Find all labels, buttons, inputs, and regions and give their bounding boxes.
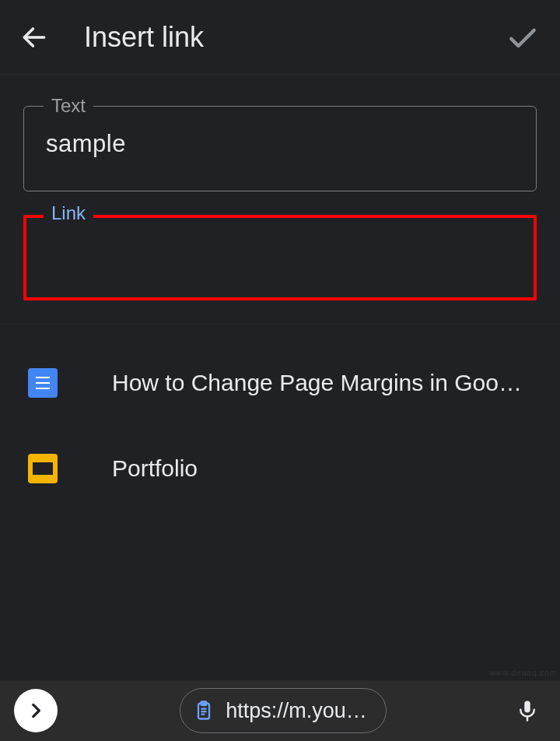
keyboard-suggestion-bar: https://m.you… — [0, 680, 560, 741]
link-input[interactable] — [48, 238, 512, 266]
slides-icon — [28, 454, 58, 483]
microphone-icon — [516, 699, 539, 722]
suggestion-label: Portfolio — [112, 455, 532, 482]
suggestion-item[interactable]: How to Change Page Margins in Goo… — [0, 340, 560, 426]
watermark: www.deuaq.com — [490, 669, 557, 677]
docs-icon — [28, 368, 58, 398]
text-field[interactable]: Text sample — [23, 106, 537, 191]
suggestion-item[interactable]: Portfolio — [0, 426, 560, 511]
text-field-value: sample — [46, 130, 126, 158]
back-button[interactable] — [16, 19, 53, 56]
link-field-label: Link — [44, 202, 93, 224]
text-field-label: Text — [44, 95, 93, 117]
arrow-left-icon — [19, 23, 49, 52]
voice-input-button[interactable] — [509, 692, 546, 729]
confirm-button[interactable] — [501, 16, 544, 59]
check-icon — [506, 20, 540, 54]
svg-rect-6 — [524, 701, 530, 713]
form-area: Text sample Link — [0, 75, 560, 325]
clipboard-icon — [191, 698, 216, 723]
suggestion-label: How to Change Page Margins in Goo… — [112, 370, 532, 396]
clipboard-text: https://m.you… — [226, 699, 367, 723]
clipboard-chip[interactable]: https://m.you… — [180, 688, 387, 733]
chevron-right-icon — [26, 701, 46, 721]
svg-rect-2 — [201, 701, 207, 705]
page-title: Insert link — [84, 21, 501, 54]
link-field[interactable]: Link — [23, 215, 537, 300]
expand-button[interactable] — [14, 689, 58, 732]
suggestions-list: How to Change Page Margins in Goo… Portf… — [0, 325, 560, 511]
header: Insert link — [0, 0, 560, 75]
